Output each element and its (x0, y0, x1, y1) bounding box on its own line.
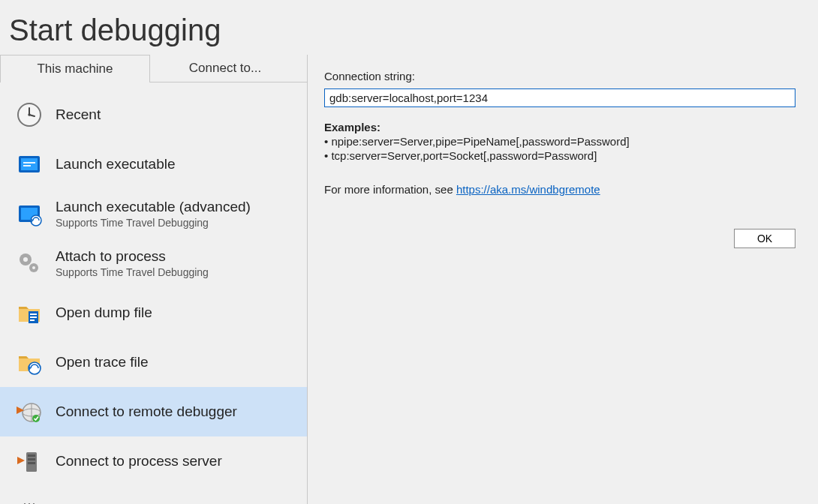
nav-connect-process-server[interactable]: Connect to process server (0, 436, 307, 486)
more-info-link[interactable]: https://aka.ms/windbgremote (456, 183, 600, 196)
nav-recent[interactable]: Recent (0, 90, 307, 140)
nav-connect-process-server-label: Connect to process server (56, 453, 222, 470)
svg-point-13 (23, 257, 28, 262)
folder-trace-icon (14, 346, 45, 378)
nav-attach-to-process-sub: Supports Time Travel Debugging (56, 266, 209, 278)
connection-string-label: Connection string: (324, 70, 795, 82)
svg-point-15 (32, 266, 35, 269)
page-title: Start debugging (0, 0, 818, 55)
nav-launch-executable-advanced-label: Launch executable (advanced) (56, 199, 251, 215)
left-column: This machine Connect to... (0, 55, 308, 504)
launch-advanced-icon (14, 198, 45, 230)
nav-attach-kernel[interactable]: Attach to kernel (0, 486, 307, 504)
nav-launch-executable-advanced-sub: Supports Time Travel Debugging (56, 217, 251, 229)
nav-open-trace-file-label: Open trace file (56, 354, 149, 370)
nav-launch-executable[interactable]: Launch executable (0, 140, 307, 189)
svg-rect-30 (28, 462, 35, 464)
svg-rect-28 (28, 454, 35, 457)
more-info-line: For more information, see https://aka.ms… (324, 183, 795, 196)
nav-attach-to-process-label: Attach to process (56, 248, 209, 265)
gear-icon (14, 248, 45, 279)
connection-string-input[interactable] (324, 88, 795, 107)
nav-list: Recent Launch executable (0, 82, 307, 504)
right-pane: Connection string: Examples: • npipe:ser… (308, 55, 818, 504)
svg-rect-18 (30, 316, 37, 318)
svg-rect-7 (23, 165, 31, 166)
globe-connect-icon (14, 396, 45, 428)
nav-open-dump-file-label: Open dump file (56, 304, 152, 321)
tab-filler (300, 55, 307, 82)
nav-open-trace-file[interactable]: Open trace file (0, 338, 307, 387)
tab-this-machine[interactable]: This machine (0, 55, 150, 82)
svg-rect-17 (30, 314, 37, 315)
server-connect-icon (14, 446, 45, 477)
svg-rect-6 (23, 162, 35, 164)
clock-icon (14, 99, 45, 130)
tab-connect-to[interactable]: Connect to... (150, 55, 300, 82)
example-tcp: • tcp:server=Server,port=Socket[,passwor… (324, 149, 795, 162)
tabs: This machine Connect to... (0, 55, 307, 82)
chip-icon (14, 495, 45, 504)
nav-recent-label: Recent (56, 106, 101, 123)
svg-point-3 (28, 113, 30, 116)
nav-attach-to-process[interactable]: Attach to process Supports Time Travel D… (0, 238, 307, 288)
nav-connect-remote-debugger-label: Connect to remote debugger (56, 404, 237, 420)
nav-connect-remote-debugger[interactable]: Connect to remote debugger (0, 387, 307, 436)
svg-rect-19 (30, 320, 35, 321)
ok-button[interactable]: OK (734, 229, 795, 248)
svg-point-25 (32, 415, 40, 422)
example-npipe: • npipe:server=Server,pipe=PipeName[,pas… (324, 135, 795, 148)
examples-heading: Examples: (324, 121, 795, 134)
nav-open-dump-file[interactable]: Open dump file (0, 288, 307, 338)
nav-launch-executable-label: Launch executable (56, 156, 176, 172)
svg-rect-5 (21, 158, 38, 170)
svg-marker-31 (17, 457, 25, 464)
svg-rect-29 (28, 458, 35, 460)
nav-launch-executable-advanced[interactable]: Launch executable (advanced) Supports Ti… (0, 189, 307, 238)
launch-icon (14, 148, 45, 180)
more-info-prefix: For more information, see (324, 183, 456, 196)
folder-dump-icon (14, 297, 45, 328)
